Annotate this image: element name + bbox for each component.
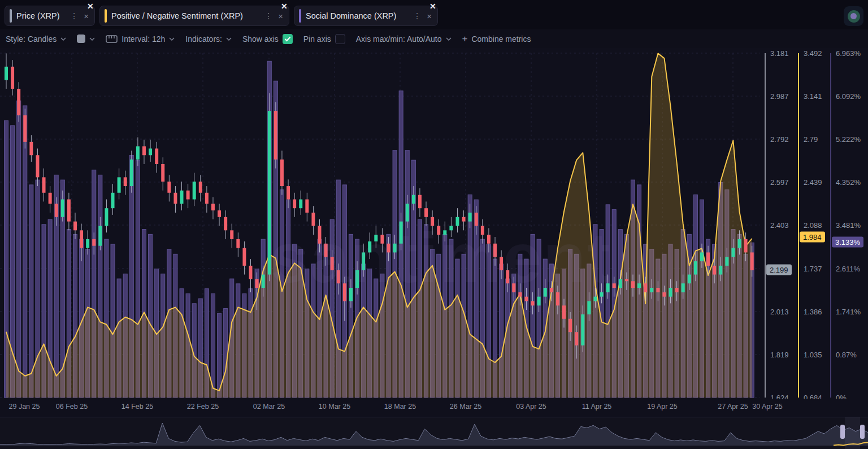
candle-body: [506, 270, 509, 283]
candle-body: [130, 159, 133, 186]
show-axis-toggle[interactable]: Show axis: [242, 34, 293, 44]
candle-body: [80, 230, 83, 248]
close-icon[interactable]: ×: [278, 12, 283, 20]
navigator-right-handle[interactable]: [860, 425, 865, 439]
candle-body: [142, 146, 146, 156]
navigator-area-fill: [0, 423, 868, 446]
style-dropdown[interactable]: Style: Candles: [6, 34, 66, 44]
interval-label: Interval: 12h: [121, 34, 165, 44]
dominance-axis-tick-label: 4.352%: [836, 178, 861, 187]
candle-body: [550, 288, 553, 292]
navigator-selected-range[interactable]: [845, 417, 860, 449]
close-icon[interactable]: ×: [84, 12, 89, 20]
ruler-icon: [106, 34, 118, 44]
candle-body: [475, 213, 478, 226]
candle-body: [349, 288, 353, 301]
recorder-status-button[interactable]: [844, 6, 863, 26]
floating-close-icon[interactable]: ✕: [429, 2, 436, 11]
main-chart-area[interactable]: santiment 3.1812.9872.7922.5972.4032.013…: [0, 48, 868, 399]
status-ring-icon: [848, 10, 860, 23]
axis-maxmin-label: Axis max/min: Auto/Auto: [356, 34, 442, 44]
chart-canvas[interactable]: [0, 48, 868, 399]
candle-body: [738, 239, 741, 248]
candle-body: [293, 200, 296, 209]
show-axis-checkbox-checked[interactable]: [283, 34, 293, 44]
check-icon: [284, 36, 291, 42]
candle-body: [393, 244, 397, 253]
candle-body: [625, 279, 628, 281]
candle-body: [218, 210, 221, 217]
candle-body: [362, 252, 365, 270]
sentiment-axis-tick-label: 3.141: [804, 92, 822, 101]
sentiment-axis-tick-label: 1.386: [804, 308, 822, 316]
floating-close-icon[interactable]: ✕: [87, 2, 94, 11]
x-axis-date-label: 18 Mar 25: [384, 403, 416, 411]
tab-accent-price: [10, 9, 12, 23]
candle-body: [193, 182, 196, 199]
candle-body: [111, 193, 115, 208]
range-navigator[interactable]: [0, 417, 868, 449]
kebab-menu-icon[interactable]: ⋮: [413, 12, 421, 20]
candle-body: [650, 288, 653, 292]
combine-metrics-button[interactable]: + Combine metrics: [462, 33, 531, 45]
navigator-left-handle[interactable]: [840, 425, 845, 439]
kebab-menu-icon[interactable]: ⋮: [70, 12, 78, 20]
pin-axis-checkbox-unchecked[interactable]: [335, 34, 345, 44]
candle-body: [242, 248, 246, 266]
candle-body: [644, 283, 647, 292]
candle-body: [29, 142, 33, 155]
candle-body: [337, 270, 340, 283]
plus-icon: +: [462, 33, 468, 45]
dominance-bar: [29, 185, 33, 398]
tab-social-dominance-xrp[interactable]: Social Dominance (XRP) ⋮ ×: [294, 6, 438, 26]
tab-price-xrp[interactable]: Price (XRP) ⋮ ×: [5, 6, 95, 26]
candle-body: [706, 252, 710, 265]
sentiment-axis-tick-label: 2.79: [804, 135, 818, 144]
price-axis-tick-label: 2.597: [770, 178, 789, 187]
tab-positive-negative-sentiment-xrp[interactable]: Positive / Negative Sentiment (XRP) ⋮ ×: [99, 6, 289, 26]
candle-body: [211, 204, 215, 210]
tab-accent-sentiment: [105, 9, 107, 23]
x-axis-date-label: 27 Apr 25: [718, 403, 748, 411]
dominance-axis-tick-label: 5.222%: [836, 135, 861, 144]
candle-body: [682, 283, 685, 292]
candle-body: [236, 239, 240, 248]
candle-body: [406, 204, 409, 221]
candle-body: [750, 252, 754, 270]
pin-axis-toggle[interactable]: Pin axis: [303, 34, 345, 44]
candle-body: [224, 217, 227, 230]
candle-body: [518, 292, 522, 297]
price-axis-tick-label: 3.181: [770, 49, 789, 58]
candle-body: [493, 244, 497, 257]
candle-body: [424, 208, 428, 217]
candle-body: [287, 186, 290, 199]
candle-body: [431, 217, 434, 226]
candle-body: [562, 305, 566, 318]
show-axis-label: Show axis: [242, 34, 279, 44]
close-icon[interactable]: ×: [427, 12, 432, 20]
chart-toolbar: Style: Candles Interval: 12h Indicators:…: [0, 29, 868, 48]
interval-ruler-button[interactable]: Interval: 12h: [106, 34, 175, 44]
candle-body: [11, 67, 14, 89]
candle-body: [380, 235, 384, 244]
price-last-value-badge: 2.199: [766, 265, 792, 275]
axis-maxmin-dropdown[interactable]: Axis max/min: Auto/Auto: [356, 34, 452, 44]
tab-label-sentiment: Positive / Negative Sentiment (XRP): [111, 11, 243, 20]
candle-body: [199, 182, 202, 193]
candle-body: [42, 177, 46, 192]
floating-close-icon[interactable]: ✕: [281, 2, 288, 11]
chevron-down-icon: [60, 37, 66, 41]
candle-body: [568, 319, 572, 332]
tab-icons: ⋮ ×: [413, 12, 432, 20]
color-swatch-dropdown[interactable]: [77, 34, 95, 43]
navigator-sparkline[interactable]: [0, 417, 868, 449]
x-axis-date-label: 29 Jan 25: [9, 403, 40, 411]
indicators-dropdown[interactable]: Indicators:: [185, 34, 232, 44]
kebab-menu-icon[interactable]: ⋮: [264, 12, 272, 20]
candle-body: [268, 111, 271, 274]
dominance-bar: [23, 106, 27, 398]
candle-body: [17, 89, 20, 115]
candle-body: [374, 235, 377, 241]
candle-body: [331, 257, 334, 270]
candle-body: [412, 195, 415, 204]
